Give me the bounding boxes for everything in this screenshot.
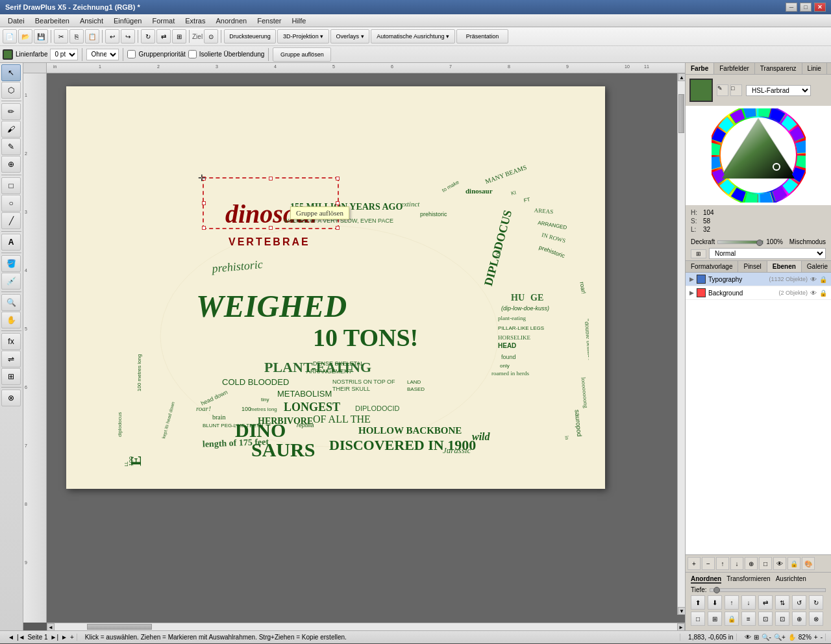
tab-ausrichten[interactable]: Ausrichten	[776, 575, 806, 584]
menu-anordnen[interactable]: Anordnen	[210, 16, 252, 26]
redo-button[interactable]: ↪	[121, 29, 135, 43]
opacity-thumb[interactable]	[756, 240, 763, 246]
tab-galerie[interactable]: Galerie	[802, 261, 831, 272]
tab-transparenz[interactable]: Transparenz	[755, 63, 802, 74]
arrange-extra1[interactable]: ⊕	[792, 612, 806, 626]
depth-slider[interactable]	[710, 588, 826, 592]
menu-hilfe[interactable]: Hilfe	[286, 16, 311, 26]
layer-lock-typography[interactable]: 🔒	[819, 276, 827, 283]
rotate-right-btn[interactable]: ↻	[809, 595, 823, 610]
blend-mode-combo[interactable]: Normal	[709, 248, 826, 259]
depth-thumb[interactable]	[713, 587, 720, 593]
3d-projektion-button[interactable]: 3D-Projektion ▾	[277, 29, 329, 43]
save-button[interactable]: 💾	[34, 29, 48, 43]
tab-transformieren[interactable]: Transformieren	[726, 575, 770, 584]
close-button[interactable]: ✕	[814, 3, 826, 12]
tab-pinsel[interactable]: Pinsel	[738, 261, 767, 272]
crop-tool[interactable]: ⊗	[1, 390, 21, 406]
rect-tool[interactable]: □	[1, 177, 21, 194]
target-button[interactable]: ⊙	[204, 29, 218, 43]
lock-all-btn[interactable]: 🔒	[788, 557, 800, 570]
send-back-btn[interactable]: ⬇	[708, 595, 722, 610]
distribute-btn[interactable]: ≡	[741, 612, 756, 626]
group-btn[interactable]: □	[691, 612, 705, 626]
lock-btn[interactable]: 🔒	[725, 612, 739, 626]
menu-bearbeiten[interactable]: Bearbeiten	[30, 16, 75, 26]
open-button[interactable]: 📂	[18, 29, 32, 43]
flip-h-btn[interactable]: ⇄	[758, 595, 773, 610]
add-layer-btn[interactable]: +	[688, 557, 701, 570]
flip-v-btn[interactable]: ⇅	[775, 595, 789, 610]
pan-btn[interactable]: ✋	[788, 634, 796, 641]
layer-eye-typography[interactable]: 👁	[810, 276, 817, 283]
paint-tool[interactable]: ⊕	[1, 156, 21, 173]
zoom-tool[interactable]: 🔍	[1, 294, 21, 311]
group-layer-btn[interactable]: □	[759, 557, 772, 570]
eye-all-btn[interactable]: 👁	[773, 557, 786, 570]
move-forward-btn[interactable]: ↑	[725, 595, 739, 610]
scroll-track-v[interactable]	[678, 81, 685, 607]
rotate-left-btn[interactable]: ↺	[792, 595, 806, 610]
zoom-out-btn[interactable]: 🔍-	[762, 634, 771, 641]
stroke-color-btn[interactable]	[3, 49, 13, 60]
overlays-button[interactable]: Overlays ▾	[330, 29, 369, 43]
drucksteuerung-button[interactable]: Drucksteuerung	[224, 29, 276, 43]
arrange-extra2[interactable]: ⊗	[809, 612, 823, 626]
move-down-btn[interactable]: ↓	[730, 557, 743, 570]
horizontal-scrollbar[interactable]: ◄ ►	[47, 623, 685, 630]
scroll-thumb-h[interactable]	[87, 624, 152, 630]
auto-ausrichtung-button[interactable]: Automatische Ausrichtung ▾	[371, 29, 455, 43]
group-priority-check[interactable]	[127, 50, 136, 58]
scroll-track-h[interactable]	[55, 623, 677, 630]
color-layer-btn[interactable]: 🎨	[802, 557, 815, 570]
move-backward-btn[interactable]: ↓	[741, 595, 756, 610]
ungroup-btn2[interactable]: ⊞	[708, 612, 722, 626]
tab-linie[interactable]: Linie	[802, 63, 827, 74]
undo-button[interactable]: ↩	[105, 29, 119, 43]
stroke-width-combo[interactable]: 0 pt	[50, 49, 78, 60]
add-page-btn[interactable]: +	[70, 634, 74, 641]
tab-farbe[interactable]: Farbe	[686, 63, 714, 74]
zoom-plus-btn[interactable]: +	[814, 634, 818, 641]
scroll-left-button[interactable]: ◄	[47, 623, 55, 630]
cut-button[interactable]: ✂	[54, 29, 68, 43]
nav-next[interactable]: ►|	[51, 634, 59, 641]
text-tool[interactable]: A	[1, 234, 21, 251]
pencil-tool[interactable]: ✎	[1, 138, 21, 155]
eyedropper-tool[interactable]: 💉	[1, 273, 21, 290]
menu-extras[interactable]: Extras	[180, 16, 210, 26]
minimize-button[interactable]: ─	[786, 3, 797, 12]
hsl-wheel-svg[interactable]	[712, 108, 806, 203]
layer-eye-background[interactable]: 👁	[810, 290, 817, 297]
line-tool[interactable]: ╱	[1, 212, 21, 229]
scroll-up-button[interactable]: ▲	[678, 73, 685, 81]
table-tool[interactable]: ⊞	[1, 368, 21, 385]
isolate-blend-check[interactable]	[188, 50, 197, 58]
tab-farbfelder[interactable]: Farbfelder	[714, 63, 755, 74]
zoom-in-btn[interactable]: 🔍+	[774, 634, 786, 641]
opacity-track[interactable]	[717, 240, 763, 244]
scroll-down-button[interactable]: ▼	[678, 607, 685, 615]
transform-button[interactable]: ⊞	[172, 29, 186, 43]
ungroup-button[interactable]: Gruppe auflösen	[273, 47, 331, 62]
select-tool[interactable]: ↖	[1, 64, 21, 81]
align-left-btn[interactable]: ⊡	[758, 612, 773, 626]
connect-tool[interactable]: ⇌	[1, 351, 21, 367]
nav-last[interactable]: ►	[61, 634, 68, 641]
vertical-scrollbar[interactable]: ▲ ▼	[677, 73, 685, 615]
menu-fenster[interactable]: Fenster	[252, 16, 286, 26]
new-button[interactable]: 📄	[3, 29, 17, 43]
zoom-minus-btn[interactable]: -	[821, 634, 823, 641]
flip-button[interactable]: ⇄	[156, 29, 171, 43]
color-swatch[interactable]	[689, 79, 713, 102]
color-tool-btn1[interactable]: ✎	[717, 84, 728, 96]
nav-first[interactable]: |◄	[17, 634, 25, 641]
tab-anordnen[interactable]: Anordnen	[691, 575, 721, 584]
layer-item-background[interactable]: ▶ Background (2 Objekte) 👁 🔒	[686, 286, 831, 300]
nav-prev[interactable]: ◄	[8, 634, 14, 641]
node-tool[interactable]: ⬡	[1, 82, 21, 99]
copy-button[interactable]: ⎘	[69, 29, 84, 43]
view-btn[interactable]: ⊞	[754, 634, 759, 641]
eye-btn[interactable]: 👁	[745, 634, 751, 641]
canvas-viewport[interactable]: dinosaur to make MANY BEAMS KI FT AREAS …	[47, 73, 685, 623]
